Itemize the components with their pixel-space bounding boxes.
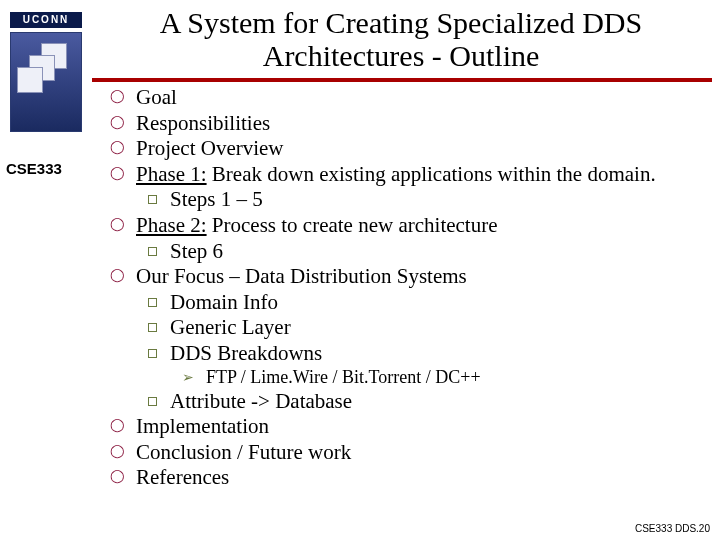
outline-subitem: Attribute -> Database	[146, 389, 706, 415]
outline-item: References	[110, 465, 706, 491]
outline-subitem: Step 6	[146, 239, 706, 265]
outline-item: Our Focus – Data Distribution SystemsDom…	[110, 264, 706, 414]
outline-item: Conclusion / Future work	[110, 440, 706, 466]
outline-item: Responsibilities	[110, 111, 706, 137]
slide: UCONN CSE333 A System for Creating Speci…	[0, 0, 720, 540]
cse-logo-graphic	[10, 32, 82, 132]
outline-subitem: DDS BreakdownsFTP / Lime.Wire / Bit.Torr…	[146, 341, 706, 389]
outline-content: GoalResponsibilitiesProject OverviewPhas…	[110, 85, 706, 491]
slide-footer: CSE333 DDS.20	[635, 523, 710, 534]
outline-subitem: Generic Layer	[146, 315, 706, 341]
outline-subitem: FTP / Lime.Wire / Bit.Torrent / DC++	[180, 367, 706, 389]
uconn-logo: UCONN	[10, 12, 82, 132]
title-underline	[92, 78, 712, 82]
course-label: CSE333	[6, 160, 62, 177]
outline-item: Project Overview	[110, 136, 706, 162]
outline-item: Implementation	[110, 414, 706, 440]
outline-subitem: Steps 1 – 5	[146, 187, 706, 213]
uconn-wordmark: UCONN	[10, 12, 82, 28]
outline-item: Phase 2: Process to create new architect…	[110, 213, 706, 264]
chip-icon	[17, 67, 43, 93]
outline-item: Goal	[110, 85, 706, 111]
outline-item: Phase 1: Break down existing application…	[110, 162, 706, 213]
outline-subitem: Domain Info	[146, 290, 706, 316]
slide-title: A System for Creating Specialized DDS Ar…	[92, 6, 710, 72]
